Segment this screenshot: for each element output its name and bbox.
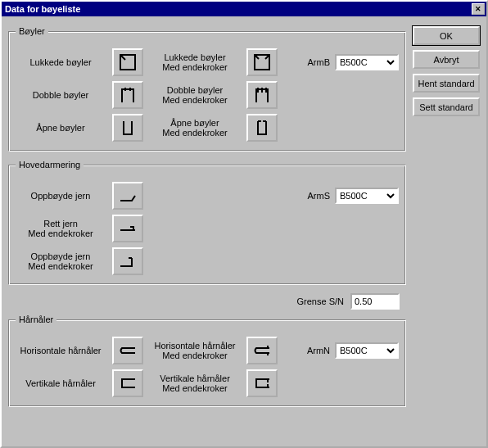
group-boyler: Bøyler Lukkede bøyler Lukkede bøyler Med… <box>8 26 406 152</box>
harn-row1-label-a: Horisontale hårnåler <box>16 346 106 355</box>
vert-hairpin-icon[interactable] <box>112 369 143 397</box>
boyler-row2-label-b: Dobble bøyler Med endekroker <box>150 85 240 105</box>
bent-bar-hooks-icon[interactable] <box>112 247 143 275</box>
grense-input[interactable] <box>350 293 400 310</box>
group-boyler-legend: Bøyler <box>16 26 48 36</box>
titlebar: Data for bøyeliste ✕ <box>2 2 486 16</box>
armb-select[interactable]: B500C <box>335 54 399 70</box>
closed-stirrup-icon[interactable] <box>112 48 143 76</box>
boyler-row1-label-b: Lukkede bøyler Med endekroker <box>150 52 240 72</box>
group-harn: Hårnåler Horisontale hårnåler Horisontal… <box>8 315 406 407</box>
load-standard-button[interactable]: Hent standard <box>413 74 480 93</box>
boyler-row1-label-a: Lukkede bøyler <box>16 57 106 67</box>
boyler-row2-label-a: Dobble bøyler <box>16 90 106 100</box>
double-stirrup-icon[interactable] <box>112 81 143 109</box>
client-area: Bøyler Lukkede bøyler Lukkede bøyler Med… <box>2 16 486 446</box>
double-stirrup-hooks-icon[interactable] <box>246 81 278 109</box>
ok-button[interactable]: OK <box>413 26 480 45</box>
arms-select[interactable]: B500C <box>335 188 399 204</box>
dialog-window: Data for bøyeliste ✕ Bøyler Lukkede bøyl… <box>0 0 488 448</box>
window-title: Data for bøyeliste <box>5 4 472 14</box>
horiz-hairpin-icon[interactable] <box>112 337 143 364</box>
harn-row2-label-a: Vertikale hårnåler <box>16 378 106 388</box>
straight-bar-hooks-icon[interactable] <box>112 215 143 242</box>
set-standard-button[interactable]: Sett standard <box>413 97 480 116</box>
vert-hairpin-hooks-icon[interactable] <box>246 369 278 397</box>
arms-label: ArmS <box>300 191 330 201</box>
close-icon[interactable]: ✕ <box>472 3 485 15</box>
hoved-row3-label: Oppbøyde jern Med endekroker <box>16 251 106 271</box>
harn-row1-label-b: Horisontale hårnåler Med endekroker <box>150 341 240 360</box>
closed-stirrup-hooks-icon[interactable] <box>246 48 278 76</box>
bent-bar-icon[interactable] <box>112 182 143 210</box>
group-harn-legend: Hårnåler <box>16 315 56 324</box>
group-hoved-legend: Hovedarmering <box>16 160 84 170</box>
open-stirrup-hooks-icon[interactable] <box>246 114 278 142</box>
harn-row2-label-b: Vertikale hårnåler Med endekroker <box>150 373 240 393</box>
armn-select[interactable]: B500C <box>335 342 399 359</box>
boyler-row3-label-b: Åpne bøyler Med endekroker <box>150 118 240 138</box>
grense-label: Grense S/N <box>297 296 344 306</box>
boyler-row3-label-a: Åpne bøyler <box>16 123 106 133</box>
armn-label: ArmN <box>300 346 330 355</box>
horiz-hairpin-hooks-icon[interactable] <box>246 337 278 364</box>
armb-label: ArmB <box>300 57 330 67</box>
hoved-row1-label: Oppbøyde jern <box>16 191 106 201</box>
group-hoved: Hovedarmering Oppbøyde jern ArmS B500C <box>8 160 406 285</box>
hoved-row2-label: Rett jern Med endekroker <box>16 219 106 238</box>
cancel-button[interactable]: Avbryt <box>413 50 480 69</box>
open-stirrup-icon[interactable] <box>112 114 143 142</box>
